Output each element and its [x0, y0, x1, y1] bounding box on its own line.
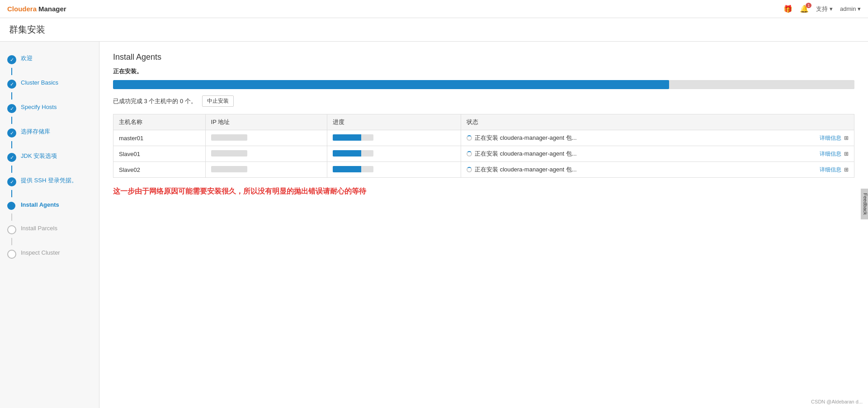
connector-5 [11, 166, 12, 173]
main-layout: ✓ 欢迎 ✓ Cluster Basics ✓ Specify Hosts ✓ … [0, 42, 868, 408]
sidebar-label-install-parcels: Install Parcels [21, 224, 57, 232]
sidebar-label-cluster-basics: Cluster Basics [21, 79, 58, 87]
detail-link-1[interactable]: 详细信息 [820, 150, 841, 158]
status-text: 已成功完成 3 个主机中的 0 个。 [113, 97, 197, 105]
expand-icon-0[interactable]: ⊞ [844, 135, 849, 141]
expand-icon-2[interactable]: ⊞ [844, 166, 849, 173]
row-progress-bar-0 [333, 134, 373, 141]
sidebar-item-ssh[interactable]: ✓ 提供 SSH 登录凭据。 [0, 173, 99, 190]
support-menu[interactable]: 支持 ▾ [816, 5, 833, 13]
cell-hostname-2: Slave02 [113, 162, 206, 178]
expand-icon-1[interactable]: ⊞ [844, 151, 849, 157]
cell-progress-2 [327, 162, 461, 178]
cell-progress-1 [327, 146, 461, 162]
sidebar-item-specify-hosts[interactable]: ✓ Specify Hosts [0, 100, 99, 117]
row-progress-fill-0 [333, 134, 361, 141]
detail-link-2[interactable]: 详细信息 [820, 166, 841, 174]
check-icon-cluster-basics: ✓ [7, 80, 16, 89]
check-icon-jdk: ✓ [7, 153, 16, 162]
warning-message: 这一步由于网络原因可能需要安装很久，所以没有明显的抛出错误请耐心的等待 [113, 187, 854, 196]
ip-blur-1 [211, 150, 247, 157]
notification-icon[interactable]: 🔔 1 [800, 5, 809, 13]
cell-status-0: 正在安装 cloudera-manager-agent 包...详细信息⊞ [461, 130, 854, 146]
col-hostname: 主机名称 [113, 114, 206, 130]
cell-status-1: 正在安装 cloudera-manager-agent 包...详细信息⊞ [461, 146, 854, 162]
row-progress-bar-1 [333, 150, 373, 157]
sidebar-item-install-agents[interactable]: Install Agents [0, 197, 99, 213]
spinner-icon-0 [467, 135, 472, 141]
sidebar-item-install-parcels[interactable]: Install Parcels [0, 221, 99, 238]
sidebar-item-inspect-cluster[interactable]: Inspect Cluster [0, 245, 99, 262]
active-icon-install-agents [7, 202, 15, 210]
brand: Cloudera Manager [7, 5, 66, 13]
spinner-icon-2 [467, 167, 472, 172]
sidebar-label-inspect-cluster: Inspect Cluster [21, 249, 60, 257]
feedback-tab[interactable]: Feedback [861, 189, 868, 219]
sidebar-label-install-agents: Install Agents [21, 201, 59, 209]
status-text-0: 正在安装 cloudera-manager-agent 包... [475, 134, 576, 142]
cell-ip-1 [205, 146, 327, 162]
page-title: 群集安装 [0, 18, 868, 42]
sidebar-item-select-repo[interactable]: ✓ 选择存储库 [0, 124, 99, 141]
col-progress: 进度 [327, 114, 461, 130]
brand-manager: Manager [38, 5, 66, 13]
sidebar-label-select-repo: 选择存储库 [21, 128, 50, 136]
sidebar-label-ssh: 提供 SSH 登录凭据。 [21, 176, 77, 185]
status-row: 已成功完成 3 个主机中的 0 个。 中止安装 [113, 95, 854, 107]
sidebar-item-jdk[interactable]: ✓ JDK 安装选项 [0, 148, 99, 166]
sidebar: ✓ 欢迎 ✓ Cluster Basics ✓ Specify Hosts ✓ … [0, 42, 99, 408]
table-row: master01正在安装 cloudera-manager-agent 包...… [113, 130, 854, 146]
top-nav-right: 🎁 🔔 1 支持 ▾ admin ▾ [783, 5, 861, 13]
row-progress-bar-2 [333, 166, 373, 172]
hosts-table: 主机名称 IP 地址 进度 状态 master01正在安装 cloudera-m… [113, 114, 854, 178]
check-icon-select-repo: ✓ [7, 128, 16, 138]
cell-ip-2 [205, 162, 327, 178]
spinner-icon-1 [467, 151, 472, 157]
empty-icon-inspect-cluster [7, 250, 16, 259]
connector-8 [11, 238, 12, 245]
cell-hostname-1: Slave01 [113, 146, 206, 162]
footer-watermark: CSDN @Aldebaran d... [811, 399, 863, 404]
table-header-row: 主机名称 IP 地址 进度 状态 [113, 114, 854, 130]
sidebar-label-jdk: JDK 安装选项 [21, 152, 57, 160]
overall-progress-fill [113, 80, 669, 89]
sidebar-item-welcome[interactable]: ✓ 欢迎 [0, 51, 99, 68]
sidebar-item-cluster-basics[interactable]: ✓ Cluster Basics [0, 75, 99, 92]
detail-link-0[interactable]: 详细信息 [820, 134, 841, 142]
col-ip: IP 地址 [205, 114, 327, 130]
top-nav: Cloudera Manager 🎁 🔔 1 支持 ▾ admin ▾ [0, 0, 868, 18]
section-title: Install Agents [113, 52, 854, 62]
ip-blur-2 [211, 166, 247, 172]
sidebar-label-welcome: 欢迎 [21, 54, 33, 62]
cell-ip-0 [205, 130, 327, 146]
cell-hostname-0: master01 [113, 130, 206, 146]
abort-button[interactable]: 中止安装 [202, 95, 234, 107]
status-text-2: 正在安装 cloudera-manager-agent 包... [475, 166, 576, 174]
connector-1 [11, 68, 12, 75]
connector-7 [11, 213, 12, 221]
content-area: Install Agents 正在安装。 已成功完成 3 个主机中的 0 个。 … [99, 42, 868, 408]
notification-badge: 1 [806, 3, 811, 8]
overall-progress-bar [113, 80, 854, 89]
status-text-1: 正在安装 cloudera-manager-agent 包... [475, 150, 576, 158]
cell-progress-0 [327, 130, 461, 146]
sidebar-label-specify-hosts: Specify Hosts [21, 103, 57, 111]
admin-menu[interactable]: admin ▾ [840, 5, 861, 12]
row-progress-fill-1 [333, 150, 361, 157]
gift-icon[interactable]: 🎁 [783, 5, 793, 13]
table-row: Slave02正在安装 cloudera-manager-agent 包...详… [113, 162, 854, 178]
col-status: 状态 [461, 114, 854, 130]
ip-blur-0 [211, 134, 247, 141]
check-icon-ssh: ✓ [7, 177, 16, 186]
empty-icon-install-parcels [7, 225, 16, 234]
connector-2 [11, 92, 12, 100]
connector-4 [11, 141, 12, 148]
row-progress-fill-2 [333, 166, 361, 172]
connector-3 [11, 117, 12, 124]
cell-status-2: 正在安装 cloudera-manager-agent 包...详细信息⊞ [461, 162, 854, 178]
check-icon-welcome: ✓ [7, 55, 16, 64]
brand-cloudera: Cloudera [7, 5, 37, 13]
check-icon-specify-hosts: ✓ [7, 104, 16, 113]
table-row: Slave01正在安装 cloudera-manager-agent 包...详… [113, 146, 854, 162]
connector-6 [11, 190, 12, 197]
